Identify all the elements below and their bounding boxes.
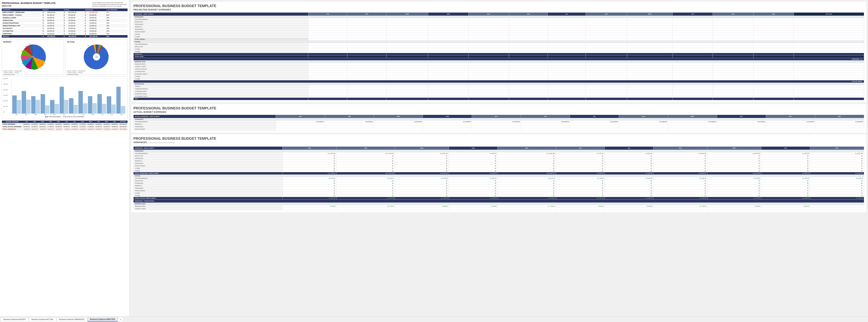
variances-header-row: VARIANCES All calculations performed aut… bbox=[133, 141, 864, 145]
tab-analysis[interactable]: Business Expense ANALYSIS bbox=[88, 317, 118, 321]
tab-add-button[interactable]: + bbox=[118, 317, 123, 322]
variances-main-title: PROFESSIONAL BUSINESS BUDGET TEMPLATE bbox=[133, 136, 864, 140]
other-row-2: OTHER bbox=[133, 78, 864, 80]
budget-grid-table: EXPENSES - EMPLOYMENT JAN FEB MAR APR MA… bbox=[133, 12, 864, 100]
bar-group-jun bbox=[60, 87, 68, 114]
var-total-casual: TOTAL CASUAL EMPLOYMENT $ 4,200.00 $ 3,1… bbox=[133, 197, 864, 199]
bar-group-nov bbox=[107, 96, 116, 114]
budget-total-casual: TOTAL CA... bbox=[133, 53, 864, 56]
app-container: PROFESSIONAL BUSINESS BUDGET TEMPLATE AN… bbox=[0, 0, 868, 322]
table-row: OCCUPANCY $34,000.00 $20,800.00 $23,800.… bbox=[2, 27, 128, 30]
col-budget: BUDGET bbox=[42, 8, 63, 11]
bar-group-may bbox=[50, 100, 59, 114]
left-panel-subtitle: ANALYSIS bbox=[2, 5, 56, 7]
consult-fees-budget-row: CONSULT FEES bbox=[133, 65, 864, 68]
subscriptions-row: SUBSCRIPTIONS bbox=[133, 93, 864, 95]
bar-chart-section: $0 $10,000 $20,000 $30,000 $40,000 $50,0… bbox=[2, 76, 128, 119]
tab-actual[interactable]: Business Expense ACTUAL bbox=[29, 317, 56, 321]
bars-and-labels: JAN FEB MAR APR MAY JUN JUL AUG SEPT OCT… bbox=[11, 78, 126, 115]
bar-group-aug bbox=[79, 91, 87, 114]
var-permanent-header: PERMANENT bbox=[133, 150, 864, 152]
bar-total-nov bbox=[107, 96, 111, 114]
actual-pie-svg: 71% 4% 4% 4% 3% bbox=[83, 44, 110, 70]
table-row: MARKETING/PROMO $34,000.00 $10,200.00 $2… bbox=[2, 22, 128, 25]
tab-bar: Business Expense BUDGET Business Expense… bbox=[0, 316, 868, 322]
bar-actual-mar bbox=[36, 100, 40, 114]
var-casual-increases: INCREASES $ -$ -$ - $ -$ -$ - $ -$ -$ - … bbox=[133, 182, 864, 185]
bar-group-sept bbox=[88, 96, 97, 114]
actual-expenses-dark: ACTUAL EXPE... bbox=[133, 80, 864, 83]
col-variances-employment: VARIANCES - EMPLOYMENT bbox=[133, 147, 283, 150]
var-casual-bonus: BONUS PAY $ -$ -$ - $ -$ -$ - $ -$ -$ - … bbox=[133, 180, 864, 182]
var-banking-fees: BANKING FEES $ 700.00 $ 7,700.00 $ 450.0… bbox=[133, 205, 864, 207]
actual-legend: ■ EMPLOYMENT - PERMANENT ■ EMPLOYMENT - … bbox=[67, 70, 126, 75]
total-actual-row: TOTAL ACTUAL EXPENSES 28,400.0029,200.00… bbox=[2, 126, 128, 128]
svg-text:3%: 3% bbox=[107, 55, 109, 56]
svg-text:4%: 4% bbox=[85, 52, 86, 53]
var-other1: OTHER $ -$ -$ - $ -$ -$ - $ -$ -$ - $ -$… bbox=[133, 167, 864, 170]
casual-bonus: BONUS PAY bbox=[133, 45, 864, 48]
bar-group-dec bbox=[116, 87, 125, 114]
budget-section: PROFESSIONAL BUSINESS BUDGET TEMPLATE PR… bbox=[131, 2, 866, 102]
legend-dot-actual bbox=[63, 116, 64, 118]
charts-row: BUDGET bbox=[2, 39, 128, 75]
variances-section: PROFESSIONAL BUSINESS BUDGET TEMPLATE VA… bbox=[131, 134, 866, 212]
general-admin-header: GENERAL/ADM bbox=[133, 61, 864, 63]
svg-text:7%: 7% bbox=[25, 46, 27, 47]
svg-text:9%: 9% bbox=[34, 69, 35, 70]
banking-fees-row: BANKING FEES bbox=[133, 63, 864, 65]
casual-other1: OTHER bbox=[133, 48, 864, 51]
bar-group-feb bbox=[22, 91, 31, 114]
tab-budget[interactable]: Business Expense BUDGET bbox=[1, 317, 29, 321]
var-casual-insurance: INSURANCE $ -$ -$ - $ -$ -$ - $ -$ -$ - … bbox=[133, 187, 864, 190]
svg-text:4%: 4% bbox=[103, 48, 104, 49]
bar-total-jul bbox=[69, 98, 73, 114]
budget-row-increases: INCREASES bbox=[133, 23, 864, 26]
var-casual-other2: OTHER $ -$ -$ - $ -$ -$ - $ -$ -$ - $ -$… bbox=[133, 194, 864, 197]
budget-row-other2: OTHER bbox=[133, 36, 864, 38]
bar-chart-wrapper: $0 $10,000 $20,000 $30,000 $40,000 $50,0… bbox=[3, 78, 126, 115]
budget-main-title: PROFESSIONAL BUSINESS BUDGET TEMPLATE bbox=[133, 4, 864, 8]
x-axis: JAN FEB MAR APR MAY JUN JUL AUG SEPT OCT… bbox=[11, 114, 126, 115]
budget-row-bonus: BONUS PAY bbox=[133, 21, 864, 23]
tab-variances[interactable]: Business Expense VARIANCES bbox=[57, 317, 87, 321]
var-casual-salaries: SALARIES/WAGES $ 4,200.00 $ 3,100.00 $ 3… bbox=[133, 177, 864, 180]
bar-group-apr bbox=[41, 94, 50, 114]
analysis-table: CATEGORY BUDGET ACTUAL VARIANCES % OF VA… bbox=[2, 8, 128, 38]
right-panel: PROFESSIONAL BUSINESS BUDGET TEMPLATE PR… bbox=[129, 0, 868, 316]
casual-other2: OTHER bbox=[133, 51, 864, 53]
main-content: PROFESSIONAL BUSINESS BUDGET TEMPLATE AN… bbox=[0, 0, 868, 316]
svg-text:71%: 71% bbox=[95, 56, 98, 58]
bar-group-jan bbox=[12, 95, 21, 114]
svg-text:7%: 7% bbox=[26, 68, 28, 69]
var-insurance: INSURANCE $ -$ -$ - $ -$ -$ - $ -$ -$ - … bbox=[133, 162, 864, 165]
variances-sub-title: VARIANCES bbox=[133, 141, 147, 143]
budget-row-insurance: INSURANCE bbox=[133, 28, 864, 31]
bar-actual-jan bbox=[17, 100, 21, 114]
budget-pie-svg: 40% 11% 9% 7% 7% 7% 7% 7% 5% bbox=[20, 44, 46, 70]
col-overview: EXPENSE OVERVIEW bbox=[2, 121, 23, 123]
transportation-row: TRANSPORTATION bbox=[133, 88, 864, 90]
bar-group-oct bbox=[97, 94, 106, 114]
left-panel-title: PROFESSIONAL BUSINESS BUDGET TEMPLATE bbox=[2, 2, 56, 4]
budget-row-salaries: SALARIES/WAGES bbox=[133, 18, 864, 21]
var-salaries-wages: SALARIES/WAGES $ (7,000.00) $ (11,000.00… bbox=[133, 152, 864, 155]
actual-grid-table: ACTUAL EXPENSES - EMPLOYMENT JAN FEB MAR… bbox=[133, 115, 864, 130]
bar-total-may bbox=[50, 100, 55, 114]
var-bonus-pay: BONUS PAY $ -$ -$ - $ -$ -$ - $ -$ -$ - … bbox=[133, 155, 864, 157]
bars-area bbox=[11, 78, 126, 114]
table-row: AUTOMOTIVE $34,000.00 $10,200.00 $23,800… bbox=[2, 30, 128, 32]
other-row-1: OTHER bbox=[133, 75, 864, 78]
col-expenses-employment: EXPENSES - EMPLOYMENT bbox=[133, 12, 308, 16]
svg-text:7%: 7% bbox=[21, 51, 23, 52]
legend-total-expenses: ■ TOTAL EXPENSES bbox=[45, 116, 61, 118]
budget-total-expenses-dark: TOTAL EXPE... bbox=[133, 56, 864, 58]
actual-benefits: BENEFITS bbox=[133, 123, 864, 126]
table-row: GENERAL/ADMIN $45,800.00 $10,200.00 $35,… bbox=[2, 17, 128, 19]
budget-row-recruitment: RECRUITMENT bbox=[133, 31, 864, 33]
actual-salaries: SALARIES/WAGES $ 22,000.00$ 22,000.00$ 2… bbox=[133, 121, 864, 123]
totals-row: TOTALS $491,800.00 $284,400.00 $207,200.… bbox=[2, 35, 128, 38]
total-row-bottom: TOT... bbox=[133, 98, 864, 100]
bar-actual-feb bbox=[26, 100, 31, 114]
svg-text:40%: 40% bbox=[32, 56, 34, 57]
